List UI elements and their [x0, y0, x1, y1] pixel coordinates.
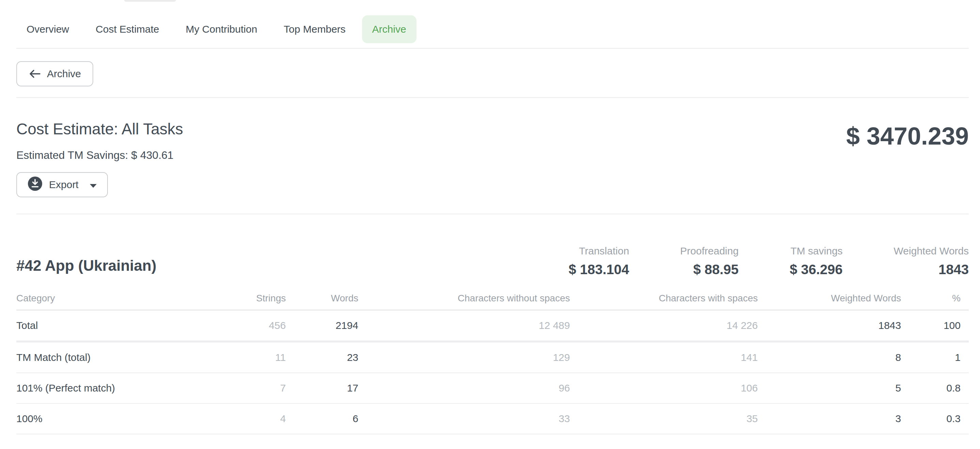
cell-percent: 0.3 — [901, 403, 969, 434]
cell-category: Total — [16, 310, 221, 342]
table-row: 101% (Perfect match) 7 17 96 106 5 0.8 — [16, 373, 969, 403]
stat-weighted-words-label: Weighted Words — [894, 245, 969, 257]
cell-words: 23 — [286, 341, 358, 373]
stat-translation-label: Translation — [569, 245, 629, 257]
cell-category: TM Match (total) — [16, 341, 221, 373]
stat-translation-value: $ 183.104 — [569, 261, 629, 278]
archive-back-label: Archive — [47, 68, 81, 79]
table-row: Total 456 2194 12 489 14 226 1843 100 — [16, 310, 969, 342]
cell-chars-without: 129 — [358, 341, 570, 373]
cutoff-element — [124, 0, 176, 2]
page-title: Cost Estimate: All Tasks — [16, 119, 969, 139]
stat-tm-savings-label: TM savings — [790, 245, 843, 257]
export-row: Export — [16, 172, 969, 214]
back-row: Archive — [16, 49, 969, 98]
cell-chars-with: 141 — [570, 341, 758, 373]
cell-weighted: 1843 — [758, 310, 901, 342]
table-row: 100% 4 6 33 35 3 0.3 — [16, 403, 969, 434]
tm-savings-text: Estimated TM Savings: $ 430.61 — [16, 148, 969, 162]
export-label: Export — [49, 179, 79, 190]
task-section-header: #42 App (Ukrainian) Translation $ 183.10… — [16, 214, 969, 278]
cell-chars-without: 33 — [358, 403, 570, 434]
cell-weighted: 8 — [758, 341, 901, 373]
cell-strings: 11 — [221, 341, 286, 373]
header-percent: % — [901, 287, 969, 310]
cell-weighted: 5 — [758, 373, 901, 403]
tab-overview[interactable]: Overview — [16, 15, 79, 43]
header-weighted-words: Weighted Words — [758, 287, 901, 310]
cell-words: 6 — [286, 403, 358, 434]
chevron-down-icon — [89, 179, 97, 190]
cell-words: 2194 — [286, 310, 358, 342]
table-header-row: Category Strings Words Characters withou… — [16, 287, 969, 310]
header-chars-with-spaces: Characters with spaces — [570, 287, 758, 310]
stat-proofreading-value: $ 88.95 — [680, 261, 739, 278]
stat-tm-savings-value: $ 36.296 — [790, 261, 843, 278]
cell-chars-with: 14 226 — [570, 310, 758, 342]
arrow-left-icon — [29, 69, 41, 79]
cost-estimate-table: Category Strings Words Characters withou… — [16, 287, 969, 435]
header-words: Words — [286, 287, 358, 310]
header-strings: Strings — [221, 287, 286, 310]
cell-percent: 1 — [901, 341, 969, 373]
stat-tm-savings: TM savings $ 36.296 — [790, 245, 843, 278]
cell-category: 100% — [16, 403, 221, 434]
stat-weighted-words: Weighted Words 1843 — [894, 245, 969, 278]
task-stats: Translation $ 183.104 Proofreading $ 88.… — [569, 245, 969, 278]
archive-back-button[interactable]: Archive — [16, 61, 93, 86]
summary-section: Cost Estimate: All Tasks Estimated TM Sa… — [16, 98, 969, 162]
stat-weighted-words-value: 1843 — [894, 261, 969, 278]
stat-proofreading-label: Proofreading — [680, 245, 739, 257]
tab-my-contribution[interactable]: My Contribution — [176, 15, 267, 43]
cell-words: 17 — [286, 373, 358, 403]
export-button[interactable]: Export — [16, 172, 108, 197]
cell-weighted: 3 — [758, 403, 901, 434]
table-row: TM Match (total) 11 23 129 141 8 1 — [16, 341, 969, 373]
header-category: Category — [16, 287, 221, 310]
cell-chars-without: 12 489 — [358, 310, 570, 342]
grand-total-value: $ 3470.239 — [846, 122, 969, 150]
cell-percent: 0.8 — [901, 373, 969, 403]
stat-proofreading: Proofreading $ 88.95 — [680, 245, 739, 278]
header-chars-without-spaces: Characters without spaces — [358, 287, 570, 310]
cell-chars-without: 96 — [358, 373, 570, 403]
cell-percent: 100 — [901, 310, 969, 342]
cell-chars-with: 35 — [570, 403, 758, 434]
cell-strings: 4 — [221, 403, 286, 434]
task-title: #42 App (Ukrainian) — [16, 257, 156, 278]
tab-cost-estimate[interactable]: Cost Estimate — [86, 15, 169, 43]
cell-chars-with: 106 — [570, 373, 758, 403]
tab-bar: Overview Cost Estimate My Contribution T… — [16, 0, 969, 49]
cell-strings: 7 — [221, 373, 286, 403]
tab-top-members[interactable]: Top Members — [274, 15, 356, 43]
tab-archive[interactable]: Archive — [362, 15, 417, 43]
stat-translation: Translation $ 183.104 — [569, 245, 629, 278]
cell-strings: 456 — [221, 310, 286, 342]
cell-category: 101% (Perfect match) — [16, 373, 221, 403]
download-circle-icon — [27, 176, 43, 194]
